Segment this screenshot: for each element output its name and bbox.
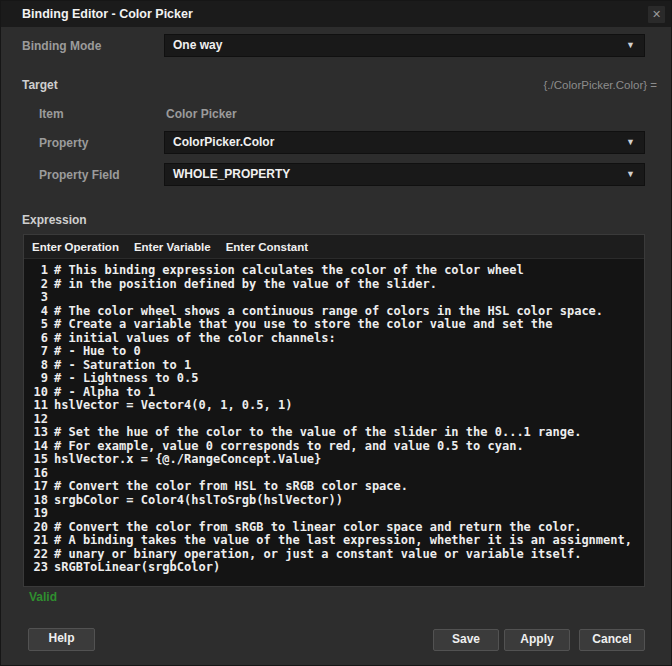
line-code: # Create a variable that you use to stor…	[48, 318, 553, 332]
chevron-down-icon: ▼	[626, 132, 635, 153]
help-button[interactable]: Help	[28, 628, 95, 651]
property-field-select[interactable]: WHOLE_PROPERTY ▼	[164, 163, 645, 186]
line-code: # - Saturation to 1	[48, 359, 191, 373]
line-code: # unary or binary operation, or just a c…	[48, 548, 581, 562]
line-number: 14	[24, 440, 48, 454]
property-field-label: Property Field	[39, 167, 120, 183]
binding-mode-select[interactable]: One way ▼	[164, 34, 645, 57]
line-number: 9	[24, 372, 48, 386]
line-number: 5	[24, 318, 48, 332]
code-line: 14 # For example, value 0 corresponds to…	[24, 440, 644, 454]
line-number: 18	[24, 494, 48, 508]
line-number: 8	[24, 359, 48, 373]
item-label: Item	[39, 106, 64, 122]
line-number: 19	[24, 507, 48, 521]
titlebar[interactable]: Binding Editor - Color Picker ✕	[1, 1, 671, 27]
expression-editor: Enter Operation Enter Variable Enter Con…	[23, 234, 645, 587]
validation-status: Valid	[29, 590, 57, 604]
line-number: 11	[24, 399, 48, 413]
code-line: 5 # Create a variable that you use to st…	[24, 318, 644, 332]
code-line: 1 # This binding expression calculates t…	[24, 264, 644, 278]
code-line: 16	[24, 467, 644, 481]
line-code: # The color wheel shows a continuous ran…	[48, 305, 603, 319]
line-number: 17	[24, 480, 48, 494]
line-number: 1	[24, 264, 48, 278]
line-number: 21	[24, 534, 48, 548]
code-line: 12	[24, 413, 644, 427]
line-number: 6	[24, 332, 48, 346]
code-line: 11 hslVector = Vector4(0, 1, 0.5, 1)	[24, 399, 644, 413]
binding-mode-label: Binding Mode	[22, 38, 101, 54]
code-line: 10 # - Alpha to 1	[24, 386, 644, 400]
line-number: 2	[24, 278, 48, 292]
code-line: 17 # Convert the color from HSL to sRGB …	[24, 480, 644, 494]
target-path-text: {./ColorPicker.Color} =	[544, 77, 657, 93]
code-line: 19	[24, 507, 644, 521]
code-line: 15 hslVector.x = {@./RangeConcept.Value}	[24, 453, 644, 467]
chevron-down-icon: ▼	[626, 164, 635, 185]
save-button[interactable]: Save	[433, 629, 499, 651]
line-code	[48, 291, 54, 305]
line-number: 7	[24, 345, 48, 359]
line-code: # Convert the color from sRGB to linear …	[48, 521, 581, 535]
line-code: # This binding expression calculates the…	[48, 264, 524, 278]
line-code: srgbColor = Color4(hslToSrgb(hslVector))	[48, 494, 343, 508]
line-number: 16	[24, 467, 48, 481]
apply-button[interactable]: Apply	[504, 629, 570, 651]
chevron-down-icon: ▼	[626, 35, 635, 56]
window-title: Binding Editor - Color Picker	[22, 1, 193, 27]
line-number: 12	[24, 413, 48, 427]
code-line: 9 # - Lightness to 0.5	[24, 372, 644, 386]
property-label: Property	[39, 135, 88, 151]
line-code	[48, 467, 54, 481]
code-line: 4 # The color wheel shows a continuous r…	[24, 305, 644, 319]
line-number: 22	[24, 548, 48, 562]
code-line: 18 srgbColor = Color4(hslToSrgb(hslVecto…	[24, 494, 644, 508]
line-number: 3	[24, 291, 48, 305]
line-code: # For example, value 0 corresponds to re…	[48, 440, 524, 454]
target-section-label: Target	[22, 77, 58, 93]
line-code: # initial values of the color channels:	[48, 332, 336, 346]
item-value: Color Picker	[166, 106, 237, 122]
binding-mode-value: One way	[173, 38, 222, 52]
line-code: # - Alpha to 1	[48, 386, 155, 400]
line-code: # Convert the color from HSL to sRGB col…	[48, 480, 408, 494]
close-icon[interactable]: ✕	[648, 6, 665, 23]
property-field-value: WHOLE_PROPERTY	[173, 167, 290, 181]
enter-operation-button[interactable]: Enter Operation	[32, 241, 119, 253]
cancel-button[interactable]: Cancel	[579, 629, 645, 651]
line-code: # - Lightness to 0.5	[48, 372, 199, 386]
line-code	[48, 413, 54, 427]
line-number: 4	[24, 305, 48, 319]
code-line: 21 # A binding takes the value of the la…	[24, 534, 644, 548]
code-line: 7 # - Hue to 0	[24, 345, 644, 359]
expression-section-label: Expression	[22, 212, 87, 228]
line-code: # in the position defined by the value o…	[48, 278, 437, 292]
enter-variable-button[interactable]: Enter Variable	[134, 241, 211, 253]
line-code: # A binding takes the value of the last …	[48, 534, 632, 548]
line-number: 23	[24, 561, 48, 575]
code-line: 6 # initial values of the color channels…	[24, 332, 644, 346]
property-select[interactable]: ColorPicker.Color ▼	[164, 131, 645, 154]
code-line: 23 sRGBToLinear(srgbColor)	[24, 561, 644, 575]
code-line: 13 # Set the hue of the color to the val…	[24, 426, 644, 440]
expression-code-area[interactable]: 1 # This binding expression calculates t…	[24, 259, 644, 586]
code-line: 3	[24, 291, 644, 305]
line-code: hslVector = Vector4(0, 1, 0.5, 1)	[48, 399, 292, 413]
line-code: hslVector.x = {@./RangeConcept.Value}	[48, 453, 321, 467]
enter-constant-button[interactable]: Enter Constant	[226, 241, 308, 253]
code-line: 8 # - Saturation to 1	[24, 359, 644, 373]
binding-editor-dialog: Binding Editor - Color Picker ✕ Binding …	[0, 0, 672, 666]
line-code: sRGBToLinear(srgbColor)	[48, 561, 220, 575]
line-number: 13	[24, 426, 48, 440]
expression-toolbar: Enter Operation Enter Variable Enter Con…	[24, 235, 644, 259]
code-line: 20 # Convert the color from sRGB to line…	[24, 521, 644, 535]
line-code	[48, 507, 54, 521]
code-line: 2 # in the position defined by the value…	[24, 278, 644, 292]
line-code: # - Hue to 0	[48, 345, 141, 359]
code-line: 22 # unary or binary operation, or just …	[24, 548, 644, 562]
line-number: 10	[24, 386, 48, 400]
property-value: ColorPicker.Color	[173, 135, 274, 149]
line-number: 20	[24, 521, 48, 535]
line-code: # Set the hue of the color to the value …	[48, 426, 581, 440]
